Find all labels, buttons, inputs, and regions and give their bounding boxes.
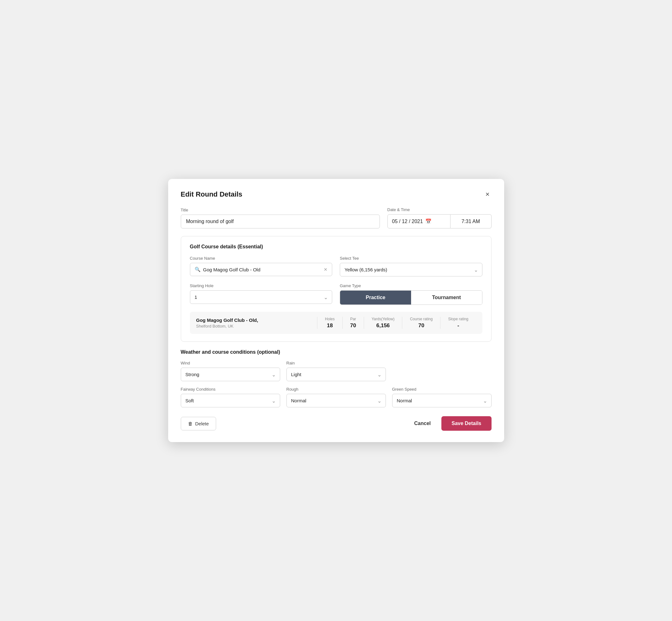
wind-rain-row: Wind Calm Light Moderate Strong Very Str… <box>181 361 492 381</box>
golf-section-title: Golf Course details (Essential) <box>190 244 482 250</box>
holes-stat: Holes 18 <box>317 317 342 329</box>
golf-course-section: Golf Course details (Essential) Course N… <box>181 236 492 342</box>
slope-rating-label: Slope rating <box>448 317 468 321</box>
starting-hole-group: Starting Hole 1 2 3 4 5 ⌄ <box>190 283 333 305</box>
footer-right: Cancel Save Details <box>411 416 492 431</box>
select-tee-dropdown[interactable]: Yellow (6,156 yards) White Red Blue <box>340 263 482 277</box>
course-info-name: Gog Magog Golf Club - Old, Shelford Bott… <box>196 318 318 329</box>
course-info-bar: Gog Magog Golf Club - Old, Shelford Bott… <box>190 312 482 334</box>
wind-dropdown[interactable]: Calm Light Moderate Strong Very Strong <box>181 368 280 381</box>
fairway-dropdown[interactable]: Soft Normal Hard <box>181 394 280 407</box>
starting-hole-label: Starting Hole <box>190 283 333 288</box>
game-type-group: Game Type Practice Tournament <box>340 283 482 305</box>
course-rating-label: Course rating <box>410 317 432 321</box>
green-speed-dropdown[interactable]: Slow Normal Fast <box>392 394 492 407</box>
cancel-button[interactable]: Cancel <box>411 417 434 430</box>
course-name-input[interactable] <box>203 267 322 272</box>
wind-container[interactable]: Calm Light Moderate Strong Very Strong ⌄ <box>181 368 280 381</box>
title-datetime-row: Title Date & Time 05 / 12 / 2021 📅 7:31 … <box>181 207 492 229</box>
save-button[interactable]: Save Details <box>442 416 491 431</box>
title-field-group: Title <box>181 208 380 229</box>
course-name-group: Course Name 🔍 ✕ <box>190 256 333 277</box>
title-input[interactable] <box>181 215 380 229</box>
holes-value: 18 <box>327 323 333 329</box>
green-speed-container[interactable]: Slow Normal Fast ⌄ <box>392 394 492 407</box>
course-location: Shelford Bottom, UK <box>196 324 318 329</box>
datetime-inputs: 05 / 12 / 2021 📅 7:31 AM <box>387 214 492 229</box>
select-tee-container[interactable]: Yellow (6,156 yards) White Red Blue ⌄ <box>340 263 482 277</box>
par-stat: Par 70 <box>342 317 364 329</box>
rain-label: Rain <box>287 361 386 365</box>
hole-gametype-row: Starting Hole 1 2 3 4 5 ⌄ Game Type Prac… <box>190 283 482 305</box>
course-name-display: Gog Magog Golf Club - Old, <box>196 318 318 323</box>
wind-label: Wind <box>181 361 280 365</box>
rough-container[interactable]: Normal Soft Hard ⌄ <box>287 394 386 407</box>
game-type-label: Game Type <box>340 283 482 288</box>
wind-group: Wind Calm Light Moderate Strong Very Str… <box>181 361 280 381</box>
rough-dropdown[interactable]: Normal Soft Hard <box>287 394 386 407</box>
course-name-search[interactable]: 🔍 ✕ <box>190 263 333 276</box>
time-input[interactable]: 7:31 AM <box>451 214 492 229</box>
rain-container[interactable]: None Light Moderate Heavy ⌄ <box>287 368 386 381</box>
yards-value: 6,156 <box>376 323 390 329</box>
fairway-label: Fairway Conditions <box>181 387 280 391</box>
select-tee-label: Select Tee <box>340 256 482 261</box>
conditions-row: Fairway Conditions Soft Normal Hard ⌄ Ro… <box>181 387 492 407</box>
weather-section: Weather and course conditions (optional)… <box>181 349 492 407</box>
modal-header: Edit Round Details × <box>181 190 492 199</box>
tournament-button[interactable]: Tournament <box>411 291 482 304</box>
date-input[interactable]: 05 / 12 / 2021 📅 <box>387 214 451 229</box>
modal-title: Edit Round Details <box>181 190 243 199</box>
datetime-label: Date & Time <box>387 207 492 212</box>
delete-button[interactable]: 🗑 Delete <box>181 417 216 430</box>
course-name-label: Course Name <box>190 256 333 261</box>
course-tee-row: Course Name 🔍 ✕ Select Tee Yellow (6,156… <box>190 256 482 277</box>
edit-round-modal: Edit Round Details × Title Date & Time 0… <box>168 179 504 442</box>
trash-icon: 🗑 <box>188 421 193 426</box>
search-icon: 🔍 <box>195 266 201 272</box>
date-value: 05 / 12 / 2021 <box>392 219 423 224</box>
course-rating-stat: Course rating 70 <box>402 317 440 329</box>
practice-button[interactable]: Practice <box>340 291 411 304</box>
yards-stat: Yards(Yellow) 6,156 <box>364 317 402 329</box>
rough-label: Rough <box>287 387 386 391</box>
datetime-field-group: Date & Time 05 / 12 / 2021 📅 7:31 AM <box>387 207 492 229</box>
close-button[interactable]: × <box>484 190 492 199</box>
rain-group: Rain None Light Moderate Heavy ⌄ <box>287 361 386 381</box>
slope-rating-stat: Slope rating - <box>440 317 476 329</box>
par-value: 70 <box>350 323 356 329</box>
fairway-container[interactable]: Soft Normal Hard ⌄ <box>181 394 280 407</box>
calendar-icon: 📅 <box>425 218 432 224</box>
holes-label: Holes <box>325 317 335 321</box>
fairway-group: Fairway Conditions Soft Normal Hard ⌄ <box>181 387 280 407</box>
game-type-toggle: Practice Tournament <box>340 290 482 305</box>
rain-dropdown[interactable]: None Light Moderate Heavy <box>287 368 386 381</box>
par-label: Par <box>350 317 356 321</box>
course-rating-value: 70 <box>418 323 424 329</box>
spacer <box>392 361 492 381</box>
weather-title: Weather and course conditions (optional) <box>181 349 492 355</box>
green-speed-group: Green Speed Slow Normal Fast ⌄ <box>392 387 492 407</box>
yards-label: Yards(Yellow) <box>372 317 395 321</box>
starting-hole-container[interactable]: 1 2 3 4 5 ⌄ <box>190 290 333 304</box>
time-value: 7:31 AM <box>462 219 480 224</box>
select-tee-group: Select Tee Yellow (6,156 yards) White Re… <box>340 256 482 277</box>
slope-rating-value: - <box>458 323 459 329</box>
clear-icon[interactable]: ✕ <box>324 267 328 272</box>
green-speed-label: Green Speed <box>392 387 492 391</box>
starting-hole-dropdown[interactable]: 1 2 3 4 5 <box>190 290 333 304</box>
title-label: Title <box>181 208 380 212</box>
footer-row: 🗑 Delete Cancel Save Details <box>181 416 492 431</box>
delete-label: Delete <box>195 421 209 426</box>
rough-group: Rough Normal Soft Hard ⌄ <box>287 387 386 407</box>
